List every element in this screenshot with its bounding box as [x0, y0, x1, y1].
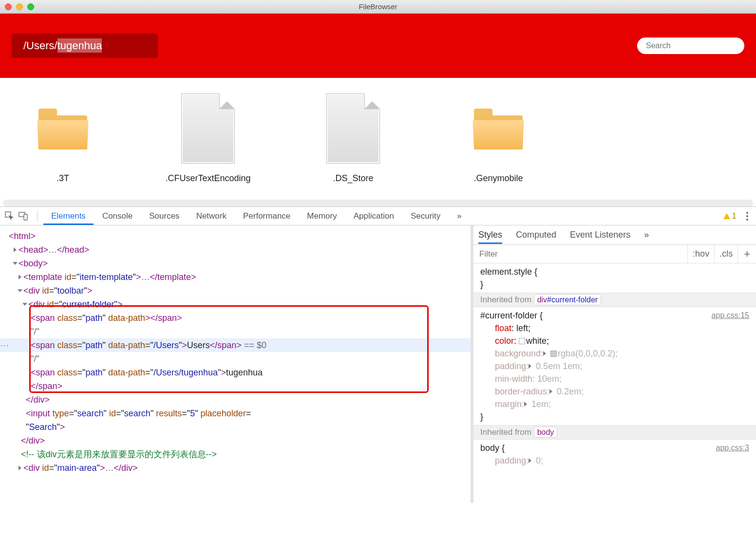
- window-titlebar: FileBrowser: [0, 0, 756, 14]
- styles-filter-input[interactable]: [473, 246, 687, 262]
- rule-elementstyle[interactable]: element.style { }: [473, 263, 756, 293]
- dom-text-node[interactable]: tugenhua: [226, 368, 263, 377]
- expand-icon[interactable]: [529, 458, 531, 463]
- brace: }: [480, 410, 749, 423]
- file-item-label: .DS_Store: [290, 173, 416, 184]
- dom-text-node[interactable]: "/": [31, 327, 39, 336]
- inspect-icon[interactable]: [5, 211, 15, 221]
- dom-comment[interactable]: <!-- 该div元素是用来放置要显示的文件列表信息-->: [21, 449, 217, 459]
- more-menu-icon[interactable]: [743, 212, 751, 221]
- file-icon: [181, 93, 235, 164]
- device-toggle-icon[interactable]: [19, 211, 28, 221]
- zoom-icon[interactable]: [27, 3, 34, 10]
- dom-node[interactable]: <html>: [9, 231, 36, 241]
- selector-text: #current-folder {: [480, 309, 749, 322]
- source-link[interactable]: app.css:3: [716, 442, 749, 454]
- dom-node[interactable]: </span>: [31, 381, 62, 391]
- current-folder-path[interactable]: /Users/tugenhua: [12, 34, 158, 58]
- tab-computed[interactable]: Computed: [516, 226, 556, 244]
- tab-performance[interactable]: Performance: [235, 207, 298, 225]
- dom-node[interactable]: </div>: [26, 395, 50, 405]
- source-link[interactable]: app.css:15: [712, 309, 749, 322]
- file-item-label: .3T: [0, 173, 126, 184]
- tab-network[interactable]: Network: [189, 207, 234, 225]
- dom-text-node[interactable]: "/": [31, 354, 39, 364]
- separator: [37, 211, 38, 222]
- expand-icon[interactable]: [524, 402, 527, 407]
- styles-panel: Styles Computed Event Listeners » :hov .…: [473, 225, 756, 503]
- new-rule-icon[interactable]: +: [737, 245, 756, 263]
- inherited-selector-badge[interactable]: div#current-folder: [534, 294, 602, 305]
- folder-icon: [474, 108, 523, 149]
- devtools-tabbar: Elements Console Sources Network Perform…: [0, 207, 756, 225]
- warning-count: 1: [732, 211, 737, 221]
- close-icon[interactable]: [5, 3, 12, 10]
- expand-icon[interactable]: [14, 247, 17, 252]
- inherited-selector-badge[interactable]: body: [534, 427, 558, 438]
- expand-icon[interactable]: [19, 275, 21, 279]
- hov-toggle[interactable]: :hov: [687, 245, 714, 263]
- minimize-icon[interactable]: [16, 3, 23, 10]
- tab-sources[interactable]: Sources: [141, 207, 187, 225]
- tab-elements[interactable]: Elements: [43, 207, 94, 225]
- collapse-icon[interactable]: [22, 303, 27, 306]
- dom-node[interactable]: </div>: [113, 463, 137, 473]
- cls-toggle[interactable]: .cls: [714, 245, 737, 263]
- expand-icon[interactable]: [19, 465, 21, 470]
- dom-text-node[interactable]: Users: [187, 340, 210, 350]
- dom-node[interactable]: </head>: [57, 245, 89, 255]
- tab-event-listeners[interactable]: Event Listeners: [570, 226, 630, 244]
- warnings-badge[interactable]: 1: [723, 211, 737, 221]
- expand-icon[interactable]: [549, 389, 552, 394]
- styles-filter-bar: :hov .cls +: [473, 245, 756, 263]
- dom-node[interactable]: </template>: [150, 272, 196, 282]
- path-selected-segment: tugenhua: [57, 38, 102, 53]
- rule-body[interactable]: app.css:3 body { padding: 0;: [473, 440, 756, 469]
- ellipsis: …: [48, 245, 57, 255]
- expand-icon[interactable]: [529, 364, 531, 369]
- tabs-overflow-icon[interactable]: »: [644, 226, 649, 244]
- selector-text: element.style {: [480, 265, 749, 278]
- horizontal-scrollbar[interactable]: [3, 200, 753, 206]
- toolbar: /Users/tugenhua: [0, 14, 756, 78]
- window-title: FileBrowser: [359, 2, 397, 11]
- inherited-label: Inherited from: [480, 295, 531, 304]
- inherited-header: Inherited from div#current-folder: [473, 293, 756, 307]
- tab-application[interactable]: Application: [346, 207, 402, 225]
- path-prefix: /Users/: [23, 39, 57, 52]
- tab-styles[interactable]: Styles: [478, 226, 502, 244]
- file-item-file[interactable]: .DS_Store: [290, 88, 416, 200]
- tab-security[interactable]: Security: [403, 207, 448, 225]
- selector-text: body {: [480, 442, 749, 454]
- dom-node[interactable]: </div>: [21, 436, 45, 446]
- dom-tree-panel[interactable]: ⋯ <html> <head>…</head> <body> <template…: [0, 225, 473, 503]
- tabs-overflow-icon[interactable]: »: [449, 207, 469, 225]
- expand-icon[interactable]: [543, 351, 546, 356]
- dom-node[interactable]: </span>: [210, 340, 242, 350]
- folder-icon: [38, 108, 87, 149]
- inherited-label: Inherited from: [480, 428, 531, 437]
- rule-current-folder[interactable]: app.css:15 #current-folder { float: left…: [473, 307, 756, 425]
- tab-memory[interactable]: Memory: [299, 207, 344, 225]
- inherited-header: Inherited from body: [473, 425, 756, 440]
- collapse-icon[interactable]: [18, 289, 22, 292]
- file-item-folder[interactable]: .3T: [0, 88, 126, 200]
- dom-node[interactable]: <body>: [19, 259, 48, 268]
- tab-console[interactable]: Console: [94, 207, 140, 225]
- selected-marker: == $0: [242, 340, 266, 350]
- collapse-icon[interactable]: [13, 262, 18, 265]
- dom-node[interactable]: <head>: [19, 245, 48, 255]
- devtools: Elements Console Sources Network Perform…: [0, 206, 756, 503]
- gutter-dots: ⋯: [0, 338, 9, 352]
- color-swatch-icon[interactable]: [550, 351, 557, 357]
- file-item-label: .CFUserTextEncoding: [145, 173, 271, 184]
- file-item-folder[interactable]: .Genymobile: [435, 88, 561, 200]
- brace: }: [480, 278, 749, 291]
- file-icon: [326, 93, 380, 164]
- file-grid: .3T .CFUserTextEncoding .DS_Store .Genym…: [0, 78, 756, 200]
- ellipsis: …: [105, 463, 113, 473]
- file-item-file[interactable]: .CFUserTextEncoding: [145, 88, 271, 200]
- search-input[interactable]: [637, 37, 744, 54]
- color-swatch-icon[interactable]: [519, 338, 525, 344]
- svg-rect-2: [24, 214, 27, 220]
